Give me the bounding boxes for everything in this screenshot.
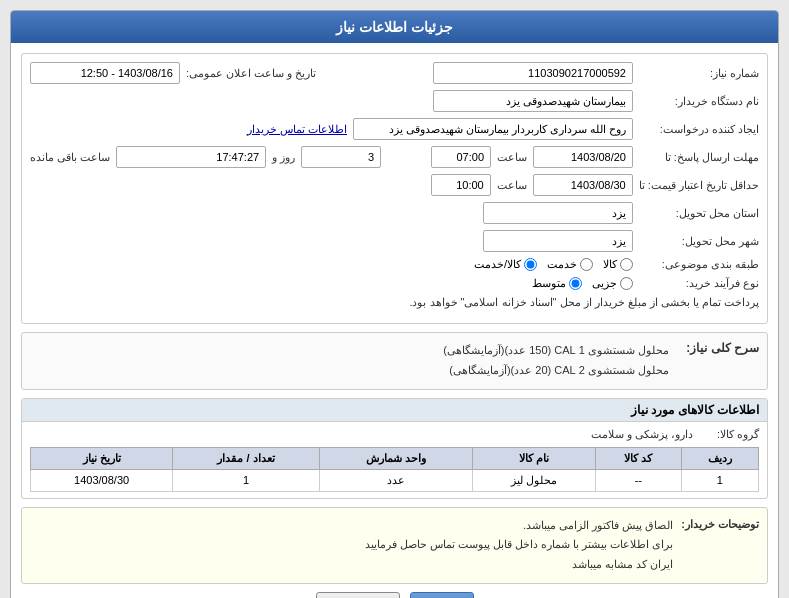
contact-link[interactable]: اطلاعات تماس خریدار (247, 123, 347, 136)
col-name: نام کالا (472, 447, 595, 469)
need-desc-line1: محلول شستشوی 1 CAL (150 عدد)(آزمایشگاهی) (443, 341, 669, 361)
goods-group-value: دارو، پزشکی و سلامت (591, 428, 693, 441)
cat-khadamat-item: خدمت (547, 258, 593, 271)
main-container: جزئیات اطلاعات نیاز شماره نیاز: 11030902… (10, 10, 779, 598)
province-label: استان محل تحویل: (639, 207, 759, 220)
table-cell: محلول لیز (472, 469, 595, 491)
datetime-announce-label: تاریخ و ساعت اعلان عمومی: (186, 67, 316, 80)
goods-group-label: گروه کالا: (699, 428, 759, 441)
cat-kala-label: کالا (603, 258, 617, 271)
buyer-notes-line2: برای اطلاعات بیشتر با شماره داخل قابل پی… (365, 535, 674, 555)
goods-info-header: اطلاعات کالاهای مورد نیاز (22, 399, 767, 422)
city-label: شهر محل تحویل: (639, 235, 759, 248)
type-jozi-label: جزیی (592, 277, 617, 290)
print-button[interactable]: چاپ (410, 592, 474, 598)
cat-kala-khadamat-label: کالا/خدمت (474, 258, 521, 271)
response-date-value: 1403/08/20 (533, 146, 633, 168)
cat-khadamat-radio[interactable] (580, 258, 593, 271)
need-desc-title: سرح کلی نیاز: (679, 341, 759, 355)
category-label: طبقه بندی موضوعی: (639, 258, 759, 271)
price-time-value: 10:00 (431, 174, 491, 196)
cat-kala-radio[interactable] (620, 258, 633, 271)
row-need-number: شماره نیاز: 1103090217000592 تاریخ و ساع… (30, 62, 759, 84)
response-time-value: 07:00 (431, 146, 491, 168)
table-row: 1--محلول لیزعدد11403/08/30 (31, 469, 759, 491)
buyer-notes-label: توضیحات خریدار: (681, 516, 759, 531)
price-deadline-label: حداقل تاریخ اعتبار قیمت: تا (639, 179, 759, 192)
row-purchase-type: نوع فرآیند خرید: جزیی متوسط (30, 277, 759, 290)
goods-info-body: گروه کالا: دارو، پزشکی و سلامت ردیف کد ک… (22, 422, 767, 498)
row-category: طبقه بندی موضوعی: کالا خدمت کالا/خدمت (30, 258, 759, 271)
response-remain-label: ساعت باقی مانده (30, 151, 110, 164)
table-cell: عدد (319, 469, 472, 491)
need-number-value: 1103090217000592 (433, 62, 633, 84)
table-header-row: ردیف کد کالا نام کالا واحد شمارش تعداد /… (31, 447, 759, 469)
province-value: یزد (483, 202, 633, 224)
col-qty: تعداد / مقدار (173, 447, 320, 469)
datetime-announce-value: 1403/08/16 - 12:50 (30, 62, 180, 84)
row-buyer-name: نام دستگاه خریدار: بیمارستان شهیدصدوقی ی… (30, 90, 759, 112)
buyer-name-value: بیمارستان شهیدصدوقی یزد (433, 90, 633, 112)
row-payment-text: پرداخت تمام یا بخشی از مبلغ خریدار از مح… (30, 296, 759, 309)
creator-label: ایجاد کننده درخواست: (639, 123, 759, 136)
table-cell: -- (595, 469, 681, 491)
response-days-value: 3 (301, 146, 381, 168)
row-price-deadline: حداقل تاریخ اعتبار قیمت: تا 1403/08/30 س… (30, 174, 759, 196)
price-time-label: ساعت (497, 179, 527, 192)
response-time-remain-value: 17:47:27 (116, 146, 266, 168)
row-response-deadline: مهلت ارسال پاسخ: تا 1403/08/20 ساعت 07:0… (30, 146, 759, 168)
need-desc-content: محلول شستشوی 1 CAL (150 عدد)(آزمایشگاهی)… (443, 341, 669, 381)
col-kod: کد کالا (595, 447, 681, 469)
row-province: استان محل تحویل: یزد (30, 202, 759, 224)
category-radio-group: کالا خدمت کالا/خدمت (474, 258, 633, 271)
table-cell: 1403/08/30 (31, 469, 173, 491)
buyer-notes-line1: الصاق پیش فاکتور الزامی میباشد. (365, 516, 674, 536)
type-jozi-item: جزیی (592, 277, 633, 290)
buyer-notes-line3: ایران کد مشابه میباشد (365, 555, 674, 575)
type-motevaset-item: متوسط (532, 277, 582, 290)
col-radif: ردیف (681, 447, 758, 469)
table-cell: 1 (681, 469, 758, 491)
buyer-notes-inner: توضیحات خریدار: الصاق پیش فاکتور الزامی … (30, 516, 759, 575)
need-desc-line2: محلول شستشوی 2 CAL (20 عدد)(آزمایشگاهی) (443, 361, 669, 381)
creator-value: روح الله سرداری کاربردار بیمارستان شهیدص… (353, 118, 633, 140)
type-motevaset-label: متوسط (532, 277, 566, 290)
need-number-label: شماره نیاز: (639, 67, 759, 80)
buyer-notes-content: الصاق پیش فاکتور الزامی میباشد. برای اطل… (365, 516, 674, 575)
response-day-label: روز و (272, 151, 295, 164)
row-city: شهر محل تحویل: یزد (30, 230, 759, 252)
city-value: یزد (483, 230, 633, 252)
cat-kala-khadamat-radio[interactable] (524, 258, 537, 271)
type-jozi-radio[interactable] (620, 277, 633, 290)
form-section: شماره نیاز: 1103090217000592 تاریخ و ساع… (21, 53, 768, 324)
need-description-section: سرح کلی نیاز: محلول شستشوی 1 CAL (150 عد… (21, 332, 768, 390)
content-area: شماره نیاز: 1103090217000592 تاریخ و ساع… (11, 43, 778, 598)
page-header: جزئیات اطلاعات نیاز (11, 11, 778, 43)
response-time-label: ساعت (497, 151, 527, 164)
response-deadline-label: مهلت ارسال پاسخ: تا (639, 151, 759, 164)
buyer-notes-section: توضیحات خریدار: الصاق پیش فاکتور الزامی … (21, 507, 768, 584)
purchase-type-label: نوع فرآیند خرید: (639, 277, 759, 290)
table-cell: 1 (173, 469, 320, 491)
payment-text: پرداخت تمام یا بخشی از مبلغ خریدار از مح… (409, 296, 759, 309)
purchase-type-radio-group: جزیی متوسط (532, 277, 633, 290)
cat-khadamat-label: خدمت (547, 258, 577, 271)
row-creator: ایجاد کننده درخواست: روح الله سرداری کار… (30, 118, 759, 140)
buttons-row: چاپ بازگشت (21, 592, 768, 598)
back-button[interactable]: بازگشت (316, 592, 400, 598)
price-date-value: 1403/08/30 (533, 174, 633, 196)
goods-group-row: گروه کالا: دارو، پزشکی و سلامت (30, 428, 759, 441)
cat-kala-khadamat-item: کالا/خدمت (474, 258, 537, 271)
buyer-name-label: نام دستگاه خریدار: (639, 95, 759, 108)
type-motevaset-radio[interactable] (569, 277, 582, 290)
col-date: تاریخ نیاز (31, 447, 173, 469)
page-title: جزئیات اطلاعات نیاز (336, 19, 453, 35)
col-unit: واحد شمارش (319, 447, 472, 469)
goods-table: ردیف کد کالا نام کالا واحد شمارش تعداد /… (30, 447, 759, 492)
cat-kala-item: کالا (603, 258, 633, 271)
goods-info-section: اطلاعات کالاهای مورد نیاز گروه کالا: دار… (21, 398, 768, 499)
